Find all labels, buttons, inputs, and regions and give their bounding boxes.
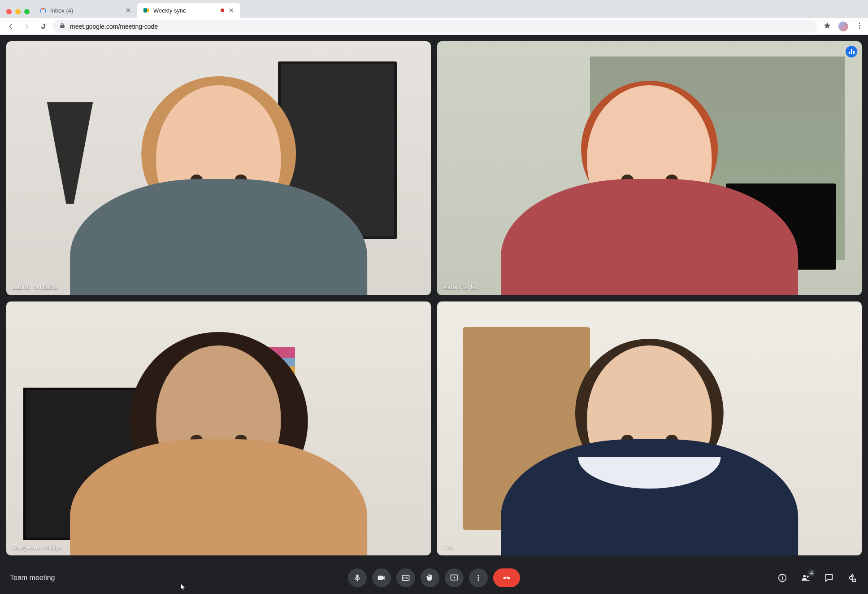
svg-point-9 (477, 579, 479, 581)
hangup-icon (502, 573, 511, 582)
leave-call-button[interactable] (493, 568, 520, 587)
bookmark-button[interactable] (823, 22, 831, 31)
captions-icon: CC (401, 573, 410, 582)
tab-strip: Inbox (4) ✕ Weekly sync ✕ (0, 0, 868, 18)
participant-count-badge: 4 (808, 569, 815, 577)
tab-title: Inbox (4) (50, 7, 121, 14)
meet-app: Lauren WIlliams Aiden Tayler Margeaux (0, 35, 868, 594)
mic-button[interactable] (348, 568, 367, 587)
speaking-indicator-icon (846, 46, 857, 57)
browser-toolbar: meet.google.com/meeting-code (0, 18, 868, 35)
svg-point-14 (807, 576, 808, 577)
recording-indicator-icon (221, 9, 224, 12)
camera-button[interactable] (372, 568, 391, 587)
video-tile-aiden[interactable]: Aiden Tayler (437, 41, 862, 295)
participant-figure (501, 332, 798, 555)
more-icon (474, 573, 483, 582)
info-icon (777, 573, 787, 583)
google-meet-icon (143, 7, 150, 14)
chat-button[interactable] (823, 572, 835, 584)
video-tile-you[interactable]: You (437, 301, 862, 555)
call-controls: CC (348, 568, 520, 587)
svg-rect-0 (143, 8, 147, 12)
activities-icon (847, 573, 857, 583)
gmail-icon (39, 7, 47, 14)
participant-name: Lauren WIlliams (13, 284, 57, 291)
participant-figure (70, 332, 367, 555)
toolbar-actions (823, 21, 864, 32)
chat-icon (824, 573, 834, 583)
browser-tab-weekly-sync[interactable]: Weekly sync ✕ (137, 3, 240, 18)
participant-name: You (443, 544, 454, 551)
video-tile-margeaux[interactable]: Margeaux Phillips (6, 301, 431, 555)
meeting-name: Team meeting (10, 574, 55, 582)
side-panel-controls: 4 (777, 572, 858, 584)
svg-point-3 (859, 27, 860, 28)
raise-hand-button[interactable] (421, 568, 439, 587)
participant-figure (501, 72, 798, 295)
arrow-left-icon (7, 22, 15, 31)
more-options-button[interactable] (469, 568, 488, 587)
svg-text:CC: CC (404, 576, 408, 580)
video-tile-lauren[interactable]: Lauren WIlliams (6, 41, 431, 295)
present-icon (450, 573, 459, 582)
participant-figure (70, 72, 367, 295)
star-icon (823, 22, 831, 30)
profile-avatar[interactable] (838, 21, 849, 32)
svg-point-7 (477, 575, 479, 576)
kebab-icon (855, 22, 864, 30)
svg-rect-11 (782, 577, 783, 580)
browser-chrome: Inbox (4) ✕ Weekly sync ✕ meet.google. (0, 0, 868, 35)
svg-point-13 (803, 575, 806, 578)
tab-close-icon[interactable]: ✕ (228, 7, 235, 14)
participant-name: Aiden Tayler (443, 284, 478, 291)
window-close-button[interactable] (6, 9, 12, 14)
svg-point-8 (477, 577, 479, 578)
video-icon (377, 573, 386, 582)
lock-icon (59, 22, 65, 30)
forward-button[interactable] (21, 20, 33, 33)
captions-button[interactable]: CC (396, 568, 415, 587)
participant-name: Margeaux Phillips (13, 544, 62, 551)
tab-close-icon[interactable]: ✕ (125, 7, 132, 14)
raise-hand-icon (425, 573, 434, 582)
arrow-right-icon (23, 22, 31, 31)
browser-tab-inbox[interactable]: Inbox (4) ✕ (34, 3, 137, 18)
reload-icon (39, 22, 47, 31)
window-minimize-button[interactable] (15, 9, 21, 14)
url-text: meet.google.com/meeting-code (70, 23, 158, 30)
window-controls (4, 9, 34, 18)
reload-button[interactable] (37, 20, 49, 33)
address-bar[interactable]: meet.google.com/meeting-code (53, 20, 817, 33)
svg-point-12 (782, 576, 783, 577)
svg-point-2 (859, 25, 860, 26)
people-button[interactable]: 4 (800, 572, 812, 584)
mouse-cursor-icon (179, 581, 187, 592)
present-button[interactable] (445, 568, 464, 587)
window-maximize-button[interactable] (24, 9, 30, 14)
microphone-icon (353, 573, 362, 582)
video-grid: Lauren WIlliams Aiden Tayler Margeaux (0, 35, 868, 562)
meeting-details-button[interactable] (777, 572, 788, 584)
activities-button[interactable] (846, 572, 858, 584)
meet-bottom-bar: Team meeting CC (0, 562, 868, 594)
back-button[interactable] (4, 20, 17, 33)
tab-title: Weekly sync (153, 7, 217, 14)
svg-point-1 (859, 22, 860, 24)
browser-menu-button[interactable] (855, 22, 864, 31)
